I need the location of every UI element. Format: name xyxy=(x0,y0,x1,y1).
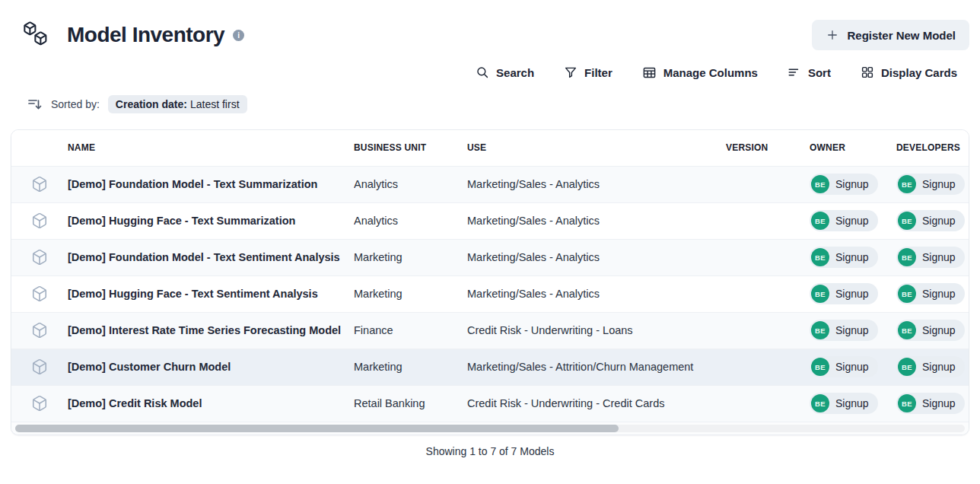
column-header-use[interactable]: USE xyxy=(467,130,726,166)
cell-name[interactable]: [Demo] Interest Rate Time Series Forecas… xyxy=(68,312,354,349)
display-cards-button[interactable]: Display Cards xyxy=(861,65,957,79)
table-toolbar: Search Filter Manage Columns xyxy=(0,62,957,82)
column-header-owner[interactable]: OWNER xyxy=(810,130,896,166)
owner-badge[interactable]: BESignup xyxy=(810,247,878,268)
horizontal-scrollbar-thumb[interactable] xyxy=(15,425,619,432)
cell-use: Marketing/Sales - Analytics xyxy=(467,202,726,239)
table-row[interactable]: [Demo] Credit Risk Model Retail Banking … xyxy=(11,385,969,422)
cell-owner: BESignup xyxy=(810,166,896,202)
cell-use: Marketing/Sales - Analytics xyxy=(467,166,726,202)
column-header-developers[interactable]: DEVELOPERS xyxy=(896,130,969,166)
sort-label: Sort xyxy=(808,66,831,79)
cell-developers: BESignup xyxy=(896,202,969,239)
model-cube-icon xyxy=(31,249,48,266)
table-row[interactable]: [Demo] Customer Churn Model Marketing Ma… xyxy=(11,349,969,385)
avatar: BE xyxy=(811,212,829,230)
sort-criteria-key: Creation date: xyxy=(116,98,187,110)
manage-columns-label: Manage Columns xyxy=(663,66,758,79)
column-header-version[interactable]: VERSION xyxy=(726,130,810,166)
cell-version xyxy=(726,275,810,312)
table-row[interactable]: [Demo] Hugging Face - Text Summarization… xyxy=(11,202,969,239)
owner-badge[interactable]: BESignup xyxy=(810,356,878,377)
developer-badge[interactable]: BESignup xyxy=(896,393,965,414)
avatar: BE xyxy=(811,321,829,339)
sort-descending-icon xyxy=(27,97,43,112)
owner-badge[interactable]: BESignup xyxy=(810,393,878,414)
cell-version xyxy=(726,166,810,202)
cell-business-unit: Marketing xyxy=(354,275,467,312)
sorted-by-bar: Sorted by: Creation date:Latest first xyxy=(27,94,980,114)
cell-model-icon xyxy=(11,385,68,422)
register-new-model-button[interactable]: Register New Model xyxy=(812,20,969,50)
cell-use: Credit Risk - Underwriting - Credit Card… xyxy=(467,385,726,422)
cell-owner: BESignup xyxy=(810,385,896,422)
manage-columns-button[interactable]: Manage Columns xyxy=(642,65,758,80)
cell-name[interactable]: [Demo] Foundation Model - Text Summariza… xyxy=(68,166,354,202)
cell-model-icon xyxy=(11,312,68,349)
developer-badge[interactable]: BESignup xyxy=(896,210,965,231)
avatar: BE xyxy=(811,358,829,376)
filter-button[interactable]: Filter xyxy=(564,65,612,79)
cell-developers: BESignup xyxy=(896,349,969,385)
sort-criteria-badge[interactable]: Creation date:Latest first xyxy=(108,95,247,113)
table-row[interactable]: [Demo] Hugging Face - Text Sentiment Ana… xyxy=(11,275,969,312)
cell-name[interactable]: [Demo] Hugging Face - Text Sentiment Ana… xyxy=(68,275,354,312)
column-header-name[interactable]: NAME xyxy=(68,130,354,166)
cell-business-unit: Retail Banking xyxy=(354,385,467,422)
model-cube-icon xyxy=(31,395,48,412)
model-inventory-table-card: NAME BUSINESS UNIT USE VERSION OWNER DEV… xyxy=(11,129,969,435)
cell-developers: BESignup xyxy=(896,239,969,275)
cell-owner: BESignup xyxy=(810,275,896,312)
column-header-business-unit[interactable]: BUSINESS UNIT xyxy=(354,130,467,166)
cell-developers: BESignup xyxy=(896,275,969,312)
cell-model-icon xyxy=(11,349,68,385)
cell-use: Marketing/Sales - Analytics xyxy=(467,239,726,275)
model-cube-icon xyxy=(31,285,48,302)
model-cube-icon xyxy=(31,358,48,375)
cell-model-icon xyxy=(11,166,68,202)
table-row[interactable]: [Demo] Interest Rate Time Series Forecas… xyxy=(11,312,969,349)
horizontal-scrollbar[interactable] xyxy=(11,422,969,435)
model-cube-icon xyxy=(31,322,48,339)
table-row[interactable]: [Demo] Foundation Model - Text Sentiment… xyxy=(11,239,969,275)
title-group: Model Inventory i xyxy=(21,20,244,50)
register-new-model-label: Register New Model xyxy=(847,29,956,42)
avatar: BE xyxy=(898,212,916,230)
developer-badge[interactable]: BESignup xyxy=(896,174,965,195)
filter-icon xyxy=(564,65,578,79)
developer-badge[interactable]: BESignup xyxy=(896,320,965,341)
cell-owner: BESignup xyxy=(810,349,896,385)
cell-model-icon xyxy=(11,239,68,275)
owner-badge[interactable]: BESignup xyxy=(810,210,878,231)
search-button[interactable]: Search xyxy=(476,65,534,79)
search-label: Search xyxy=(496,66,534,79)
info-icon[interactable]: i xyxy=(233,30,244,41)
cell-version xyxy=(726,239,810,275)
avatar: BE xyxy=(898,358,916,376)
avatar: BE xyxy=(811,175,829,193)
avatar: BE xyxy=(898,175,916,193)
cell-version xyxy=(726,312,810,349)
table-header-row: NAME BUSINESS UNIT USE VERSION OWNER DEV… xyxy=(11,130,969,166)
owner-badge[interactable]: BESignup xyxy=(810,174,878,195)
model-cube-icon xyxy=(31,176,48,193)
model-inventory-table: NAME BUSINESS UNIT USE VERSION OWNER DEV… xyxy=(11,130,969,422)
cell-name[interactable]: [Demo] Credit Risk Model xyxy=(68,385,354,422)
developer-badge[interactable]: BESignup xyxy=(896,247,965,268)
sort-button[interactable]: Sort xyxy=(788,65,831,79)
owner-badge[interactable]: BESignup xyxy=(810,320,878,341)
cell-name[interactable]: [Demo] Customer Churn Model xyxy=(68,349,354,385)
plus-icon xyxy=(826,28,839,42)
avatar: BE xyxy=(811,394,829,412)
sorted-by-label: Sorted by: xyxy=(51,98,100,110)
avatar: BE xyxy=(811,285,829,303)
developer-badge[interactable]: BESignup xyxy=(896,356,965,377)
owner-badge[interactable]: BESignup xyxy=(810,283,878,304)
cell-developers: BESignup xyxy=(896,385,969,422)
cell-name[interactable]: [Demo] Foundation Model - Text Sentiment… xyxy=(68,239,354,275)
avatar: BE xyxy=(898,321,916,339)
cell-version xyxy=(726,202,810,239)
table-row[interactable]: [Demo] Foundation Model - Text Summariza… xyxy=(11,166,969,202)
developer-badge[interactable]: BESignup xyxy=(896,283,965,304)
cell-name[interactable]: [Demo] Hugging Face - Text Summarization xyxy=(68,202,354,239)
